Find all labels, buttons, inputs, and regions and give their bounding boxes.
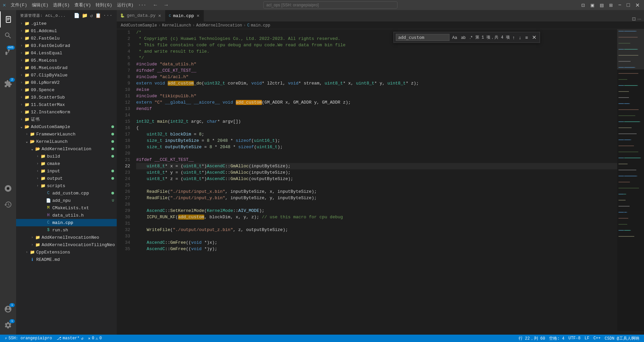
maximize-button[interactable]: □ bbox=[625, 1, 632, 9]
folder-icon: 📁 bbox=[30, 249, 35, 255]
menu-bar[interactable]: 文件(F) 编辑(E) 选择(S) 查看(V) 转到(G) 运行(R) ··· bbox=[9, 2, 148, 8]
tree-item-lpnormv2[interactable]: › 📁 08.LpNormV2 bbox=[16, 79, 117, 86]
layout1-button[interactable]: ▣ bbox=[589, 1, 596, 9]
find-next-button[interactable]: ↓ bbox=[518, 34, 523, 41]
menu-file[interactable]: 文件(F) bbox=[9, 2, 29, 8]
tree-item-label: KernelLaunch bbox=[36, 139, 68, 144]
forward-button[interactable]: → bbox=[161, 1, 171, 9]
tree-item-cppextensions[interactable]: › 📁 CppExtensions bbox=[16, 248, 117, 256]
tree-item-add-custom-cpp[interactable]: › C add_custom.cpp bbox=[16, 189, 117, 197]
layout2-button[interactable]: ▤ bbox=[598, 1, 605, 9]
menu-edit[interactable]: 编辑(E) bbox=[30, 2, 50, 8]
activity-explorer[interactable] bbox=[0, 11, 16, 27]
more-actions-button[interactable]: ··· bbox=[637, 16, 641, 21]
search-input[interactable] bbox=[263, 1, 397, 9]
status-feedback[interactable]: CSDN @工具人啊呐 bbox=[603, 335, 641, 342]
activity-source-control[interactable]: 445 bbox=[0, 44, 16, 60]
tree-item-clipbyvalue[interactable]: › 📁 07.ClipByValue bbox=[16, 71, 117, 79]
search-bar[interactable] bbox=[263, 1, 397, 9]
activity-extensions[interactable]: 2 bbox=[0, 76, 16, 92]
tree-item-fastgelu[interactable]: › 📁 02.FastGelu bbox=[16, 35, 117, 42]
sidebar: 资源管理器: ACL_O... 📄 📁 ↺ 📋 ··· › 📁 .gitee ›… bbox=[16, 10, 117, 335]
whole-word-button[interactable]: ab bbox=[460, 35, 467, 41]
tree-item-cmakelists[interactable]: › M CMakeLists.txt bbox=[16, 204, 117, 212]
tree-item-input[interactable]: › 📁 input bbox=[16, 167, 117, 175]
status-ssh[interactable]: ⚡ SSH: orangepiaipro bbox=[3, 335, 54, 342]
tree-item-output[interactable]: › 📁 output bbox=[16, 175, 117, 182]
tree-item-label: 05.MseLoss bbox=[31, 58, 57, 63]
tree-item-addcmul[interactable]: › 📁 01.Addcmul bbox=[16, 27, 117, 35]
tree-item-readme[interactable]: › ℹ README.md bbox=[16, 256, 117, 263]
status-git[interactable]: ⎇ master* ↺ bbox=[55, 335, 86, 342]
tab-close-button[interactable]: ✕ bbox=[158, 13, 162, 18]
activity-remote[interactable] bbox=[0, 180, 16, 196]
new-folder-icon[interactable]: 📁 bbox=[82, 13, 88, 18]
find-lines-button[interactable]: ≡ bbox=[524, 34, 529, 41]
refresh-icon[interactable]: ↺ bbox=[90, 13, 93, 18]
tree-item-spence[interactable]: › 📁 09.Spence bbox=[16, 86, 117, 94]
code-content[interactable]: /* * Copyright (c) Huawei Technologies C… bbox=[133, 29, 617, 335]
tree-item-cmake[interactable]: › 📁 cmake bbox=[16, 160, 117, 167]
tree-item-mseloss[interactable]: › 📁 05.MseLoss bbox=[16, 57, 117, 64]
activity-account[interactable]: 1 bbox=[0, 301, 16, 317]
match-case-button[interactable]: Aa bbox=[451, 35, 459, 41]
regex-button[interactable]: .* bbox=[468, 34, 474, 41]
split-editor-button[interactable]: ⊡ bbox=[580, 1, 587, 9]
tree-item-add-npu[interactable]: › 📄 add_npu U bbox=[16, 197, 117, 204]
close-button[interactable]: ✕ bbox=[634, 1, 641, 9]
new-file-icon[interactable]: 📄 bbox=[74, 13, 80, 18]
split-editor-button[interactable]: ⊡ bbox=[632, 16, 636, 21]
breadcrumb-maincpp[interactable]: main.cpp bbox=[251, 23, 270, 28]
activity-run[interactable] bbox=[0, 60, 16, 76]
activity-search[interactable] bbox=[0, 27, 16, 44]
tree-item-main-cpp[interactable]: › C main.cpp bbox=[16, 219, 117, 226]
breadcrumb-sep: › bbox=[158, 23, 161, 28]
tree-item-addkernelinvocation[interactable]: ⌄ 📂 AddKernelInvocation bbox=[16, 145, 117, 153]
menu-goto[interactable]: 转到(G) bbox=[94, 2, 114, 8]
find-close-button[interactable]: ✕ bbox=[531, 34, 538, 41]
status-lineending[interactable]: LF bbox=[583, 335, 591, 342]
breadcrumb-kernellaunch[interactable]: KernelLaunch bbox=[162, 23, 191, 28]
more-icon[interactable]: ··· bbox=[103, 13, 113, 18]
tree-item-addcustomsample[interactable]: ⌄ 📂 AddCustomSample bbox=[16, 123, 117, 130]
menu-select[interactable]: 选择(S) bbox=[51, 2, 71, 8]
tree-item-addkernelinvocationneo[interactable]: › 📁 AddKernelInvocationNeo bbox=[16, 234, 117, 241]
breadcrumb-addcustomsample[interactable]: AddCustomSample bbox=[121, 23, 157, 28]
menu-more[interactable]: ··· bbox=[136, 3, 148, 8]
status-spaces[interactable]: 空格: 4 bbox=[547, 335, 567, 342]
status-encoding[interactable]: UTF-8 bbox=[567, 335, 583, 342]
status-language[interactable]: C++ bbox=[591, 335, 603, 342]
tree-item-scripts[interactable]: › 📁 scripts bbox=[16, 182, 117, 189]
tree-item-kernellaunch[interactable]: ⌄ 📂 KernelLaunch bbox=[16, 138, 117, 145]
tree-item-cert[interactable]: › 📁 证书 bbox=[16, 116, 117, 123]
tab-gen-data[interactable]: 🐍 gen_data.py ✕ bbox=[117, 10, 165, 21]
tab-main-cpp[interactable]: C main.cpp ✕ bbox=[165, 10, 204, 21]
tab-close-button[interactable]: ✕ bbox=[196, 13, 200, 18]
back-button[interactable]: ← bbox=[151, 1, 160, 9]
tree-item-run-sh[interactable]: › $ run.sh bbox=[16, 226, 117, 234]
find-input[interactable] bbox=[396, 34, 449, 41]
status-errors[interactable]: ✕ 0 ⚠ 0 bbox=[86, 335, 104, 342]
collapse-icon[interactable]: 📋 bbox=[95, 13, 101, 18]
tree-item-mselossgrad[interactable]: › 📁 06.MseLossGrad bbox=[16, 64, 117, 71]
menu-run[interactable]: 运行(R) bbox=[115, 2, 136, 8]
status-position[interactable]: 行 22，列 60 bbox=[517, 335, 547, 342]
tree-item-gitee[interactable]: › 📁 .gitee bbox=[16, 20, 117, 27]
tree-item-build[interactable]: › 📁 build bbox=[16, 153, 117, 160]
tree-item-fastgelugrad[interactable]: › 📁 03.FastGeluGrad bbox=[16, 42, 117, 49]
tree-item-frameworklaunch[interactable]: › 📁 FrameworkLaunch bbox=[16, 130, 117, 138]
tree-item-lessequal[interactable]: › 📁 04.LessEqual bbox=[16, 49, 117, 57]
tree-item-addkernelinvocationtilingneo[interactable]: › 📁 AddKernelInvocationTilingNeo bbox=[16, 241, 117, 248]
menu-view[interactable]: 查看(V) bbox=[72, 2, 93, 8]
activity-settings[interactable]: 1 bbox=[0, 317, 16, 333]
tree-item-scattermax[interactable]: › 📁 11.ScatterMax bbox=[16, 101, 117, 108]
find-prev-button[interactable]: ↑ bbox=[511, 34, 516, 41]
minimize-button[interactable]: − bbox=[616, 1, 623, 9]
tree-item-data-utils[interactable]: › H data_utils.h bbox=[16, 212, 117, 219]
breadcrumb-addkernelinvocation[interactable]: AddKernelInvocation bbox=[196, 23, 242, 28]
tree-item-scattersub[interactable]: › 📁 10.ScatterSub bbox=[16, 94, 117, 101]
folder-icon: 📁 bbox=[24, 80, 30, 85]
layout3-button[interactable]: ⊞ bbox=[607, 1, 614, 9]
activity-history[interactable] bbox=[0, 196, 16, 213]
tree-item-instancenorm[interactable]: › 📁 12.InstanceNorm bbox=[16, 108, 117, 116]
